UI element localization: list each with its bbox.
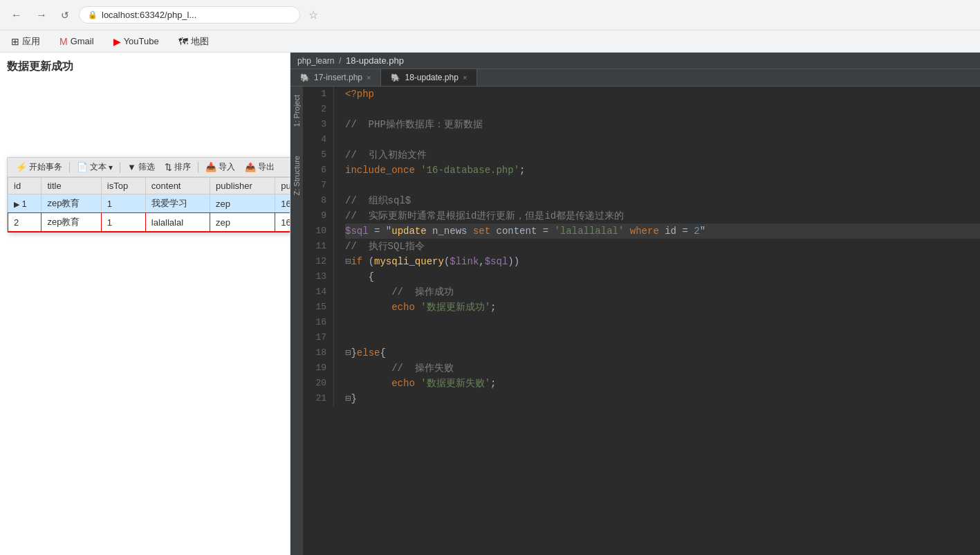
bookmark-youtube-label: YouTube xyxy=(124,36,159,46)
php-icon-1: 🐘 xyxy=(300,73,310,82)
php-icon-2: 🐘 xyxy=(391,73,400,82)
row1-content: 我爱学习 xyxy=(145,194,210,213)
ide-main: 1: Project Z: Structure 1 2 3 4 5 6 7 8 xyxy=(290,87,980,555)
forward-button[interactable]: → xyxy=(32,6,51,24)
breadcrumb: php_learn / 18-update.php xyxy=(290,55,411,66)
line-num-10: 10 xyxy=(303,224,326,239)
maps-icon: 🗺 xyxy=(178,36,188,47)
begin-label: 开始事务 xyxy=(29,161,62,173)
bookmark-gmail-label: Gmail xyxy=(71,36,94,46)
table-header-row: id title isTop content publisher pub_tim… xyxy=(8,178,291,194)
line-num-7: 7 xyxy=(303,178,326,193)
db-sort-btn[interactable]: ⇅ 排序 xyxy=(160,160,195,174)
sidebar-project-label[interactable]: 1: Project xyxy=(291,92,302,129)
line-num-17: 17 xyxy=(303,330,326,345)
col-id: id xyxy=(8,178,41,194)
line-numbers: 1 2 3 4 5 6 7 8 9 10 11 12 13 14 xyxy=(303,87,334,406)
tab2-label: 18-update.php xyxy=(405,73,458,82)
row1-istop: 1 xyxy=(101,194,145,213)
db-text-btn[interactable]: 📄 文本 ▾ xyxy=(73,160,117,174)
breadcrumb-file: 18-update.php xyxy=(346,55,404,66)
table-row[interactable]: 2 zep教育 1 lalallalal zep 1622978831 xyxy=(8,213,291,232)
db-import-btn[interactable]: 📥 导入 xyxy=(201,160,239,174)
tab1-close-icon[interactable]: × xyxy=(367,73,371,82)
line-num-5: 5 xyxy=(303,147,326,163)
bookmark-gmail[interactable]: M Gmail xyxy=(55,35,98,48)
bookmark-apps-label: 应用 xyxy=(22,35,40,48)
db-begin-btn[interactable]: ⚡ 开始事务 xyxy=(12,160,66,174)
code-line-9: // 实际更新时通常是根据id进行更新，但是id都是传递过来的 xyxy=(345,208,980,224)
db-panel: ⚡ 开始事务 📄 文本 ▾ ▼ 筛选 ⇅ 排序 xyxy=(7,157,290,233)
breadcrumb-project: php_learn xyxy=(297,56,334,66)
line-num-2: 2 xyxy=(303,102,326,117)
begin-icon: ⚡ xyxy=(16,162,27,172)
url-text: localhost:63342/php_l... xyxy=(102,10,291,20)
ide-sidebar-left: 1: Project Z: Structure xyxy=(290,87,303,555)
code-line-12: ⊟if (mysqli_query($link,$sql)) xyxy=(345,254,980,269)
line-num-21: 21 xyxy=(303,391,326,406)
bookmarks-bar: ⊞ 应用 M Gmail ▶ YouTube 🗺 地图 xyxy=(0,30,980,53)
export-label: 导出 xyxy=(258,161,275,173)
code-line-4 xyxy=(345,132,980,147)
code-line-20: echo '数据更新失败'; xyxy=(345,376,980,391)
table-row[interactable]: ▶ 1 zep教育 1 我爱学习 zep 1622978389 xyxy=(8,194,291,213)
code-line-8: // 组织sql$ xyxy=(345,193,980,208)
code-line-3: // PHP操作数据库：更新数据 xyxy=(345,117,980,132)
bookmark-apps[interactable]: ⊞ 应用 xyxy=(7,34,44,49)
line-num-4: 4 xyxy=(303,132,326,147)
export-icon: 📤 xyxy=(245,162,256,172)
db-filter-btn[interactable]: ▼ 筛选 xyxy=(123,160,159,174)
line-num-8: 8 xyxy=(303,193,326,208)
tab2-close-icon[interactable]: × xyxy=(463,73,467,82)
code-line-14: // 操作成功 xyxy=(345,284,980,300)
db-toolbar: ⚡ 开始事务 📄 文本 ▾ ▼ 筛选 ⇅ 排序 xyxy=(8,158,290,177)
bookmark-youtube[interactable]: ▶ YouTube xyxy=(109,35,163,48)
bookmark-maps[interactable]: 🗺 地图 xyxy=(174,34,213,49)
row1-pubtime: 1622978389 xyxy=(275,194,290,213)
line-num-6: 6 xyxy=(303,163,326,178)
code-area: 1 2 3 4 5 6 7 8 9 10 11 12 13 14 xyxy=(303,87,980,406)
refresh-button[interactable]: ↺ xyxy=(57,7,73,24)
apps-icon: ⊞ xyxy=(11,36,19,47)
text-label: 文本 xyxy=(90,161,107,173)
row1-publisher: zep xyxy=(210,194,275,213)
line-num-15: 15 xyxy=(303,300,326,315)
success-message: 数据更新成功 xyxy=(7,60,283,74)
line-num-20: 20 xyxy=(303,376,326,391)
browser-bar: ← → ↺ 🔒 localhost:63342/php_l... ☆ xyxy=(0,0,980,30)
db-export-btn[interactable]: 📤 导出 xyxy=(241,160,279,174)
code-line-16 xyxy=(345,315,980,330)
code-line-13: { xyxy=(345,269,980,284)
line-num-12: 12 xyxy=(303,254,326,269)
code-line-11: // 执行SQL指令 xyxy=(345,239,980,254)
line-num-3: 3 xyxy=(303,117,326,132)
sidebar-structure-label[interactable]: Z: Structure xyxy=(291,153,302,198)
row1-title: zep教育 xyxy=(41,194,101,213)
line-num-18: 18 xyxy=(303,345,326,361)
code-line-15: echo '数据更新成功'; xyxy=(345,300,980,315)
separator-3 xyxy=(198,162,198,173)
code-line-5: // 引入初始文件 xyxy=(345,147,980,163)
line-num-16: 16 xyxy=(303,315,326,330)
tab-insert-php[interactable]: 🐘 17-insert.php × xyxy=(290,69,381,86)
filter-icon: ▼ xyxy=(127,162,136,172)
line-num-13: 13 xyxy=(303,269,326,284)
filter-label: 筛选 xyxy=(138,161,155,173)
line-num-1: 1 xyxy=(303,87,326,102)
code-lines: <?php // PHP操作数据库：更新数据 // 引入初始文件 include… xyxy=(334,87,980,406)
lock-icon: 🔒 xyxy=(88,10,98,19)
code-line-19: // 操作失败 xyxy=(345,361,980,376)
address-bar[interactable]: 🔒 localhost:63342/php_l... xyxy=(79,6,300,24)
line-num-11: 11 xyxy=(303,239,326,254)
tab1-label: 17-insert.php xyxy=(314,73,362,82)
code-line-10: $sql = "update n_news set content = 'lal… xyxy=(345,224,980,239)
code-line-2 xyxy=(345,102,980,117)
code-container[interactable]: 1 2 3 4 5 6 7 8 9 10 11 12 13 14 xyxy=(303,87,980,555)
row2-content: lalallalal xyxy=(145,213,210,232)
row2-pubtime: 1622978831 xyxy=(275,213,290,232)
tab-update-php[interactable]: 🐘 18-update.php × xyxy=(381,69,477,86)
import-label: 导入 xyxy=(219,161,235,173)
line-num-19: 19 xyxy=(303,361,326,376)
bookmark-star-button[interactable]: ☆ xyxy=(308,8,318,21)
back-button[interactable]: ← xyxy=(7,6,26,24)
